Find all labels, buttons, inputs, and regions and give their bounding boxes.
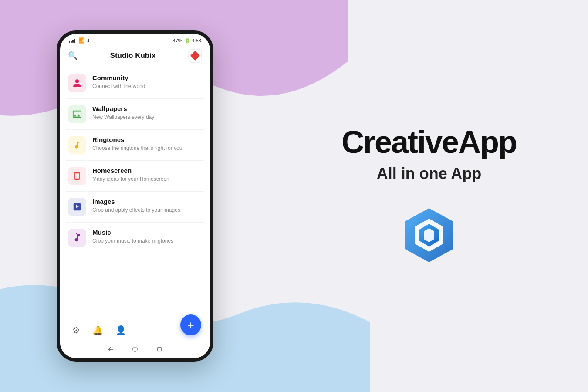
ringtones-icon-wrap xyxy=(68,136,86,154)
wifi-icon: 📶 xyxy=(78,37,85,44)
hex-logo xyxy=(399,205,460,266)
signal-icon xyxy=(69,38,75,43)
menu-item-ringtones[interactable]: Ringtones Choose the ringtone that's rig… xyxy=(66,130,204,161)
svg-rect-2 xyxy=(157,347,161,351)
homescreen-icon xyxy=(73,171,81,181)
svg-point-0 xyxy=(79,234,81,236)
images-desc: Crop and apply effects to your images xyxy=(92,206,202,214)
download-icon: ⬇ xyxy=(86,38,90,44)
music-desc: Crop your music to make ringtones xyxy=(92,237,202,245)
notifications-icon[interactable]: 🔔 xyxy=(92,325,103,335)
bottom-nav-bar: ⚙ 🔔 👤 xyxy=(60,321,210,339)
community-icon xyxy=(72,78,82,88)
recents-button[interactable] xyxy=(155,345,164,354)
brand-title: CreativeApp xyxy=(341,126,517,158)
community-desc: Connect with the world xyxy=(92,83,202,90)
wallpapers-icon-wrap xyxy=(68,105,86,123)
menu-item-homescreen[interactable]: Homescreen Many ideas for your Homescree… xyxy=(66,161,204,192)
battery-percentage: 47% xyxy=(173,38,182,43)
community-title: Community xyxy=(92,74,202,81)
music-icon xyxy=(72,233,82,243)
music-title: Music xyxy=(92,229,202,236)
wallpapers-title: Wallpapers xyxy=(92,105,202,112)
menu-item-wallpapers[interactable]: Wallpapers New Wallpapers every day xyxy=(66,99,204,130)
app-title: Studio Kubix xyxy=(110,51,156,60)
settings-icon[interactable]: ⚙ xyxy=(72,325,80,335)
images-icon-wrap xyxy=(68,198,86,216)
homescreen-text: Homescreen Many ideas for your Homescree… xyxy=(92,167,202,183)
ringtones-title: Ringtones xyxy=(92,136,202,143)
main-layout: 📶 ⬇ 47% 🔋 4:53 🔍 Studio Kubix xyxy=(0,0,588,392)
profile-icon[interactable]: 👤 xyxy=(115,325,126,335)
brand-subtitle: All in one App xyxy=(377,165,482,183)
images-text: Images Crop and apply effects to your im… xyxy=(92,198,202,214)
homescreen-desc: Many ideas for your Homescreen xyxy=(92,176,202,183)
search-button[interactable]: 🔍 xyxy=(68,51,78,61)
ringtones-text: Ringtones Choose the ringtone that's rig… xyxy=(92,136,202,152)
time-display: 4:53 xyxy=(192,38,201,43)
images-title: Images xyxy=(92,198,202,205)
menu-item-images[interactable]: Images Crop and apply effects to your im… xyxy=(66,192,204,223)
wallpapers-desc: New Wallpapers every day xyxy=(92,114,202,121)
community-icon-wrap xyxy=(68,74,86,92)
brand-icon-button[interactable] xyxy=(188,49,202,63)
music-text: Music Crop your music to make ringtones xyxy=(92,229,202,245)
homescreen-icon-wrap xyxy=(68,167,86,185)
battery-icon: 🔋 xyxy=(184,38,190,44)
brand-section: CreativeApp All in one App xyxy=(270,109,588,283)
phone-frame: 📶 ⬇ 47% 🔋 4:53 🔍 Studio Kubix xyxy=(57,30,213,362)
ringtones-icon xyxy=(73,141,81,149)
android-nav-bar xyxy=(60,341,210,358)
community-text: Community Connect with the world xyxy=(92,74,202,90)
menu-list: Community Connect with the world Wallpap… xyxy=(60,68,210,322)
app-bar: 🔍 Studio Kubix xyxy=(60,45,210,68)
wallpapers-icon xyxy=(72,109,82,119)
images-icon xyxy=(72,202,82,212)
status-bar: 📶 ⬇ 47% 🔋 4:53 xyxy=(60,34,210,45)
diamond-icon xyxy=(190,51,200,61)
menu-item-music[interactable]: Music Crop your music to make ringtones xyxy=(66,223,204,253)
signal-area: 📶 ⬇ xyxy=(69,37,90,44)
menu-item-community[interactable]: Community Connect with the world xyxy=(66,68,204,99)
music-icon-wrap xyxy=(68,229,86,247)
homescreen-title: Homescreen xyxy=(92,167,202,174)
home-button[interactable] xyxy=(131,345,139,354)
wallpapers-text: Wallpapers New Wallpapers every day xyxy=(92,105,202,121)
back-button[interactable] xyxy=(106,345,115,354)
status-right-area: 47% 🔋 4:53 xyxy=(173,38,201,44)
phone-section: 📶 ⬇ 47% 🔋 4:53 🔍 Studio Kubix xyxy=(0,0,270,392)
svg-point-1 xyxy=(133,347,138,352)
ringtones-desc: Choose the ringtone that's right for you xyxy=(92,145,202,152)
